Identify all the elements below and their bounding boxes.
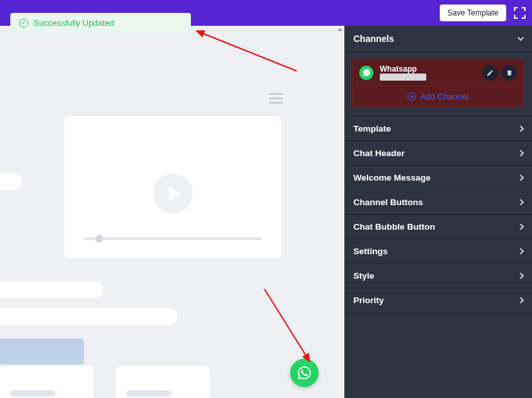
delete-channel-button[interactable] (502, 65, 517, 81)
add-channel-button[interactable]: + Add Channel (353, 86, 524, 106)
section-item-label: Welcome Message (353, 173, 431, 183)
section-item-template[interactable]: Template (344, 117, 532, 141)
video-placeholder-card (64, 116, 281, 258)
whatsapp-icon (297, 365, 312, 381)
placeholder-card (116, 366, 210, 398)
whatsapp-chat-bubble-button[interactable] (290, 359, 319, 387)
edit-channel-button[interactable] (482, 65, 498, 81)
section-item-channel-buttons[interactable]: Channel Buttons (344, 190, 532, 215)
section-item-chat-header[interactable]: Chat Header (344, 141, 532, 166)
whatsapp-icon (359, 66, 373, 80)
section-item-chat-bubble-button[interactable]: Chat Bubble Button (344, 215, 532, 239)
channels-section-body: Whatsapp + Add Channel (344, 52, 532, 117)
play-icon[interactable] (153, 174, 193, 214)
channel-subtitle-redacted (380, 74, 426, 81)
chevron-right-icon (518, 150, 524, 157)
section-item-welcome-message[interactable]: Welcome Message (344, 166, 532, 190)
preview-scrollbar[interactable] (335, 26, 344, 398)
chevron-right-icon (518, 199, 524, 206)
placeholder-pill (0, 174, 23, 190)
section-item-label: Chat Bubble Button (353, 222, 435, 232)
plus-circle-icon: + (408, 92, 416, 101)
section-item-settings[interactable]: Settings (344, 239, 532, 264)
hamburger-icon[interactable] (269, 90, 283, 106)
check-circle-icon: ✓ (19, 19, 28, 28)
chevron-right-icon (518, 248, 524, 255)
channels-header-label: Channels (353, 34, 394, 44)
trash-icon (506, 69, 513, 77)
video-progress-track[interactable] (84, 237, 262, 240)
settings-side-panel: Channels Whatsapp (344, 26, 532, 398)
chevron-right-icon (518, 126, 524, 132)
chevron-right-icon (518, 175, 524, 181)
save-template-button[interactable]: Save Template (440, 5, 506, 21)
channel-row-top: Whatsapp (353, 59, 524, 86)
video-progress-thumb[interactable] (95, 235, 103, 243)
section-item-label: Style (353, 271, 374, 281)
channel-row-whatsapp: Whatsapp + Add Channel (352, 59, 524, 107)
section-item-label: Template (353, 124, 391, 134)
channel-name: Whatsapp (380, 65, 426, 74)
chevron-down-icon (518, 35, 524, 41)
chevron-right-icon (518, 273, 524, 279)
section-item-priority[interactable]: Priority (344, 288, 532, 313)
preview-canvas (0, 26, 344, 398)
section-item-label: Chat Header (353, 148, 405, 158)
fullscreen-icon[interactable] (514, 7, 526, 19)
pencil-icon (486, 69, 494, 77)
chevron-right-icon (518, 224, 524, 230)
toast-message: Successfully Updated (34, 18, 114, 28)
chevron-right-icon (518, 297, 524, 304)
add-channel-label: Add Channel (420, 92, 468, 101)
placeholder-button (0, 339, 84, 364)
section-item-label: Channel Buttons (353, 197, 423, 207)
section-item-style[interactable]: Style (344, 264, 532, 288)
placeholder-card (0, 366, 94, 398)
section-item-label: Settings (353, 246, 388, 256)
placeholder-pill (0, 308, 177, 325)
placeholder-pill (0, 281, 103, 298)
channels-section-header[interactable]: Channels (344, 26, 532, 52)
success-toast: ✓ Successfully Updated (10, 13, 191, 33)
section-item-label: Priority (353, 295, 384, 305)
